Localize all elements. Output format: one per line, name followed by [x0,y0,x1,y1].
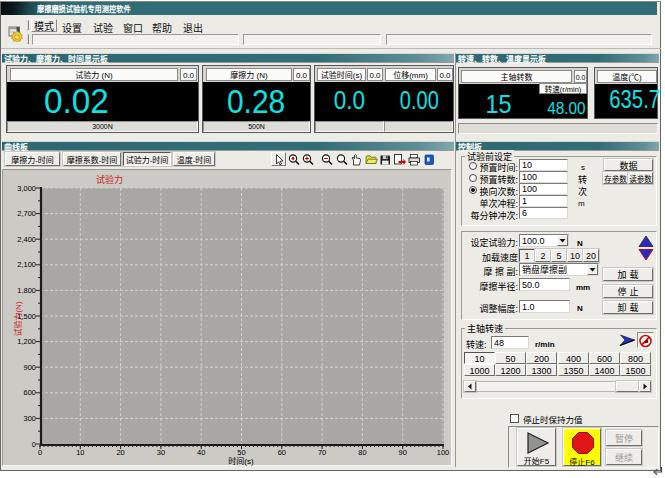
svg-text:1,200: 1,200 [17,335,36,346]
svg-text:0: 0 [32,438,36,449]
svg-text:1,500: 1,500 [17,310,36,321]
svg-text:2,100: 2,100 [17,258,36,269]
svg-text:3,000: 3,000 [17,182,36,193]
svg-text:2,700: 2,700 [17,207,36,218]
svg-text:时间(s): 时间(s) [228,455,254,466]
svg-text:600: 600 [23,386,36,397]
svg-text:1,800: 1,800 [17,284,36,295]
svg-text:300: 300 [23,412,36,423]
svg-text:试验力: 试验力 [96,173,123,186]
svg-text:2,400: 2,400 [17,233,36,244]
svg-text:900: 900 [23,361,36,372]
